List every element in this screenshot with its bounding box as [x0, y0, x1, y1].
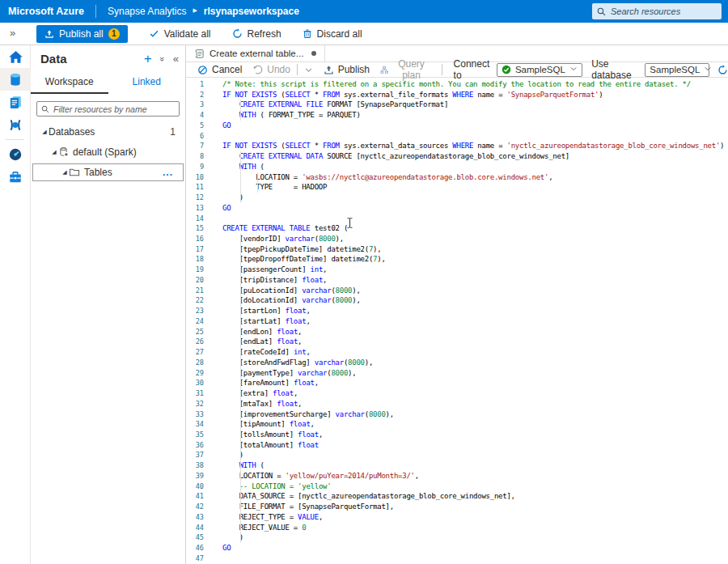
code-line-content: [endLon] float,: [222, 327, 302, 337]
tree-node-databases[interactable]: ◢ Databases 1: [31, 123, 185, 140]
code-line[interactable]: 28 [storeAndFwdFlag] varchar(8000),: [186, 358, 728, 368]
line-number: 1: [186, 79, 204, 90]
code-line[interactable]: 40 -- LOCATION = 'yellow': [186, 481, 728, 492]
nav-develop[interactable]: [0, 91, 31, 113]
data-explorer-panel: Data + » « Workspace Linked Filter resou…: [31, 45, 186, 564]
nav-data[interactable]: [0, 68, 31, 91]
code-line[interactable]: 44 REJECT_VALUE = 0: [186, 523, 728, 533]
code-line[interactable]: 18 [tpepDropoffDateTime] datetime2(7),: [186, 254, 728, 265]
code-line[interactable]: 4 WITH ( FORMAT_TYPE = PARQUET): [186, 110, 728, 121]
code-line[interactable]: 16 [vendorID] varchar(8000),: [186, 234, 728, 244]
nav-manage[interactable]: [0, 166, 31, 189]
code-line[interactable]: 31 [extra] float,: [186, 388, 728, 399]
code-line[interactable]: 35 [tollsAmount] float,: [186, 430, 728, 440]
code-line[interactable]: 41 DATA_SOURCE = [nyctlc_azureopendatast…: [186, 491, 728, 502]
editor-tab-create-external-table[interactable]: Create external table...: [186, 45, 325, 61]
indent-guide: [240, 327, 241, 337]
search-resources-input[interactable]: Search resources: [592, 3, 722, 19]
code-line[interactable]: 2IF NOT EXISTS (SELECT * FROM sys.extern…: [186, 90, 728, 100]
code-line[interactable]: 34 [tipAmount] float,: [186, 419, 728, 430]
code-line[interactable]: 46GO: [186, 543, 728, 553]
home-icon: [8, 49, 23, 65]
code-line[interactable]: 15CREATE EXTERNAL TABLE test02 (: [186, 223, 728, 234]
code-line[interactable]: 29 [paymentType] varchar(8000),: [186, 368, 728, 379]
expander-icon[interactable]: ◢: [61, 169, 69, 176]
code-line[interactable]: 43 REJECT_TYPE = VALUE,: [186, 512, 728, 523]
cancel-button[interactable]: Cancel: [197, 64, 242, 75]
code-line[interactable]: 23 [startLon] float,: [186, 306, 728, 316]
code-line[interactable]: 20 [tripDistance] float,: [186, 275, 728, 286]
code-line[interactable]: 38 WITH (: [186, 460, 728, 471]
connect-to-dropdown[interactable]: SampleSQL: [497, 63, 582, 77]
indent-guide: [240, 502, 241, 512]
code-line[interactable]: 30 [fareAmount] float,: [186, 378, 728, 388]
code-editor-area[interactable]: 1/* Note: this script is filtered on a s…: [186, 78, 728, 564]
refresh-button[interactable]: Refresh: [232, 28, 281, 40]
line-number: 8: [186, 151, 204, 162]
undo-dropdown-chevron[interactable]: [304, 66, 313, 74]
filter-resources-input[interactable]: Filter resources by name: [36, 101, 180, 117]
publish-all-button[interactable]: Publish all 1: [36, 25, 128, 43]
code-line[interactable]: 27 [rateCodeId] int,: [186, 347, 728, 358]
line-number: 26: [186, 337, 204, 347]
line-number: 47: [186, 553, 204, 564]
filter-search-icon: [41, 105, 49, 113]
code-line[interactable]: 19 [passengerCount] int,: [186, 265, 728, 275]
code-line[interactable]: 42 FILE_FORMAT = [SynapseParquetFormat],: [186, 502, 728, 512]
code-line[interactable]: 37 ): [186, 450, 728, 460]
code-line[interactable]: 17 [tpepPickupDateTime] datetime2(7),: [186, 244, 728, 255]
code-line[interactable]: 45 ): [186, 532, 728, 543]
code-line[interactable]: 25 [endLon] float,: [186, 327, 728, 337]
code-line[interactable]: 1/* Note: this script is filtered on a s…: [186, 79, 728, 90]
indent-guide: [240, 358, 241, 368]
code-line[interactable]: 12 ): [186, 193, 728, 203]
indent-guide: [240, 275, 241, 286]
expand-sidebar-icon[interactable]: »: [10, 27, 15, 39]
code-line[interactable]: 5GO: [186, 121, 728, 131]
breadcrumb-app[interactable]: Synapse Analytics: [108, 6, 186, 17]
code-line[interactable]: 26 [endLat] float,: [186, 337, 728, 347]
nav-integrate[interactable]: [0, 113, 31, 136]
publish-script-button[interactable]: Publish: [324, 64, 370, 75]
collapse-panel-icon[interactable]: «: [173, 53, 179, 65]
use-database-dropdown[interactable]: SampleSQL: [645, 63, 709, 77]
code-line[interactable]: 22 [doLocationId] varchar(8000),: [186, 295, 728, 306]
nav-home[interactable]: [0, 45, 31, 68]
code-line[interactable]: 3 CREATE EXTERNAL FILE FORMAT [SynapsePa…: [186, 100, 728, 110]
code-line[interactable]: 6: [186, 131, 728, 142]
discard-all-button[interactable]: Discard all: [303, 28, 362, 40]
indent-guide: [240, 244, 241, 255]
refresh-database-button[interactable]: [717, 65, 728, 75]
code-line[interactable]: 8 CREATE EXTERNAL DATA SOURCE [nyctlc_az…: [186, 151, 728, 162]
indent-guide: [240, 378, 241, 388]
code-line[interactable]: 10 LOCATION = 'wasbs://nyctlc@azureopend…: [186, 172, 728, 183]
expander-icon[interactable]: ◢: [50, 149, 58, 155]
code-line[interactable]: 47: [186, 553, 728, 564]
code-line[interactable]: 11 TYPE = HADOOP: [186, 182, 728, 193]
tree-node-tables[interactable]: ◢ Tables ...: [32, 163, 184, 181]
expander-icon[interactable]: ◢: [40, 129, 49, 135]
publish-icon: [44, 29, 54, 39]
add-resource-icon[interactable]: +: [144, 52, 152, 66]
validate-all-button[interactable]: Validate all: [149, 28, 211, 40]
brand-microsoft-azure[interactable]: Microsoft Azure: [0, 6, 95, 17]
code-line[interactable]: 33 [improvementSurcharge] varchar(8000),: [186, 409, 728, 420]
code-line[interactable]: 14: [186, 214, 728, 224]
code-line[interactable]: 32 [mtaTax] float,: [186, 399, 728, 409]
code-line[interactable]: 24 [startLat] float,: [186, 316, 728, 327]
code-line[interactable]: 13GO: [186, 203, 728, 214]
code-line[interactable]: 7IF NOT EXISTS (SELECT * FROM sys.extern…: [186, 141, 728, 151]
indent-guide: [240, 399, 241, 409]
tree-node-default-spark[interactable]: ◢ default (Spark): [31, 143, 185, 160]
nav-monitor[interactable]: [0, 143, 31, 166]
collapse-all-icon[interactable]: »: [158, 56, 167, 61]
undo-button[interactable]: Undo: [252, 64, 290, 75]
tables-actions-menu[interactable]: ...: [163, 167, 173, 178]
code-line[interactable]: 9 WITH (: [186, 162, 728, 172]
code-line[interactable]: 39 LOCATION = 'yellow/puYear=2014/puMont…: [186, 471, 728, 481]
code-line[interactable]: 21 [puLocationId] varchar(8000),: [186, 286, 728, 296]
code-line[interactable]: 36 [totalAmount] float: [186, 440, 728, 451]
tab-workspace[interactable]: Workspace: [31, 72, 108, 94]
tab-linked[interactable]: Linked: [108, 72, 186, 94]
breadcrumb-workspace[interactable]: rlsynapseworkspace: [204, 6, 299, 17]
